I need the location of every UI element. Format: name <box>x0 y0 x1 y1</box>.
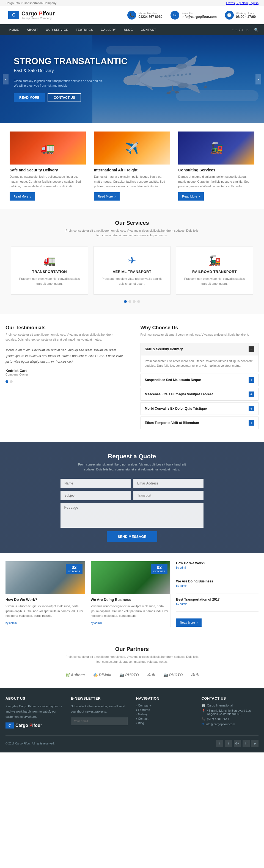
footer-twitter[interactable]: t <box>225 740 232 747</box>
top-bar: Cargo Pifour Transportation Company Extr… <box>0 0 264 6</box>
hero-next-button[interactable]: › <box>256 74 261 85</box>
blog-post-0: 02 OCTOBER How Do We Work? Vivamus ultri… <box>5 561 85 627</box>
footer-divider <box>5 735 259 736</box>
twitter-icon[interactable]: t <box>236 28 237 32</box>
footer-linkedin[interactable]: in <box>242 740 250 747</box>
newsletter-input[interactable] <box>71 717 128 725</box>
footer-nav-gallery[interactable]: › Gallery <box>136 713 193 716</box>
footer-nav-about[interactable]: › Features <box>136 708 193 711</box>
service-read-1[interactable]: Read More <box>94 192 120 200</box>
aerial-icon: ✈ <box>99 255 165 266</box>
accordion-header-4[interactable]: Etiam Tempor et Velit at Bibendum + <box>141 417 259 429</box>
footer-facebook[interactable]: f <box>216 740 223 747</box>
nav-social: f t G+ in <box>232 28 249 32</box>
facebook-icon[interactable]: f <box>232 28 233 32</box>
blog-date-1: 02 OCTOBER <box>151 564 167 574</box>
linkedin-icon[interactable]: in <box>246 28 249 32</box>
footer-nav-home[interactable]: › Company <box>136 704 193 707</box>
transportation-icon: 🚛 <box>17 255 82 266</box>
hero-content: STRONG TRANSATLANTIC Fast & Safe Deliver… <box>0 45 141 113</box>
quote-desc: Proin consectetur sit amet libero non ul… <box>77 462 187 472</box>
transport-select[interactable]: Transport Air Sea Land Rail <box>133 491 203 500</box>
subject-input[interactable] <box>61 491 131 500</box>
accordion-plus-icon-3: + <box>249 406 254 411</box>
dot-4[interactable] <box>137 300 140 303</box>
testimonial-dot-2[interactable] <box>10 380 13 383</box>
extras-link[interactable]: Extras <box>226 1 235 5</box>
footer-logo-text: Cargo Pifour <box>15 723 42 728</box>
dot-2[interactable] <box>128 300 131 303</box>
accordion-plus-icon-4: + <box>249 420 254 426</box>
message-textarea[interactable] <box>61 503 203 528</box>
google-plus-icon[interactable]: G+ <box>239 28 244 32</box>
buy-now-link[interactable]: Buy Now <box>236 1 248 5</box>
footer: ABOUT US Everyday Cargo Pifour is a nice… <box>0 688 264 752</box>
service-title-1: International Air Freight <box>94 168 170 172</box>
blog-title-1: We Are Doing Business <box>91 597 170 602</box>
service-read-2[interactable]: Read More <box>178 192 204 200</box>
accordion-1: Suspendisse Sed Malesuada Neque + <box>140 374 259 386</box>
logo-icon: C <box>8 11 19 19</box>
blog-post-1: 02 OCTOBER We Are Doing Business Vivamus… <box>91 561 170 627</box>
hero-buttons: Read More Contact Us <box>14 93 128 102</box>
service-box-1: ✈ AERIAL TRANSPORT Praesent non elem vit… <box>94 246 170 294</box>
nav-blog[interactable]: BLOG <box>120 24 137 35</box>
accordion-header-3[interactable]: Morbi Convallis Ex Dolor Quis Tristique … <box>141 403 259 414</box>
hero-contact-button[interactable]: Contact Us <box>47 93 81 102</box>
testimonials-desc: Proin consectetur sit amet libero non ul… <box>5 332 124 342</box>
hero-read-more-button[interactable]: Read More <box>14 93 45 102</box>
accordion-header-0[interactable]: Safe & Security Delivery − <box>141 343 259 355</box>
accordion-4: Etiam Tempor et Velit at Bibendum + <box>140 416 259 429</box>
railroad-icon: 🚂 <box>182 255 247 266</box>
dot-1[interactable] <box>124 300 127 303</box>
form-row-1 <box>61 479 203 488</box>
email-input[interactable] <box>133 479 203 488</box>
accordion-title-4: Etiam Tempor et Velit at Bibendum <box>145 421 199 425</box>
hero-prev-button[interactable]: ‹ <box>3 74 8 85</box>
footer-newsletter-title: E-NEWSLETTER <box>71 696 128 701</box>
email-footer-icon: ✉ <box>202 722 204 726</box>
blog-sidebar: How Do We Work? by admin We Are Doing Bu… <box>170 561 259 627</box>
hero-title: STRONG TRANSATLANTIC <box>14 56 128 66</box>
footer-newsletter: E-NEWSLETTER Subscribe to the newsletter… <box>71 696 128 728</box>
service-box-0: 🚛 TRANSPORTATION Praesent non elem vitae… <box>11 246 88 294</box>
blog-img-0: 02 OCTOBER <box>5 561 85 594</box>
service-box-2: 🚂 RAILROAD TRANSPORT Praesent non elem v… <box>176 246 253 294</box>
accordion-0: Safe & Security Delivery − Proin consect… <box>140 343 259 372</box>
language-link[interactable]: English <box>249 1 259 5</box>
accordion-title-0: Safe & Security Delivery <box>145 347 183 351</box>
nav-service[interactable]: OUR SERVICE <box>42 24 72 35</box>
footer-youtube[interactable]: ▶ <box>251 740 259 747</box>
nav-home[interactable]: HOME <box>5 24 23 35</box>
footer-nav-features[interactable]: › Contact <box>136 717 193 720</box>
our-services-desc: Proin consectetur sit amet libero non ul… <box>63 228 201 238</box>
service-read-0[interactable]: Read More <box>10 192 35 200</box>
name-input[interactable] <box>61 479 131 488</box>
footer-about: ABOUT US Everyday Cargo Pifour is a nice… <box>5 696 63 728</box>
blog-desc-0: Vivamus ultrices feugiat ex in volutpat … <box>5 604 85 618</box>
accordion-header-2[interactable]: Maecenas Eifels Eumagna Volutpat Laoreet… <box>141 388 259 400</box>
our-services-title: Our Services <box>5 220 259 226</box>
service-card-1: ✈️ International Air Freight Damus ut ma… <box>90 131 174 200</box>
sidebar-post-2: Best Transportation of 2017 by admin <box>176 597 259 612</box>
accordion-header-1[interactable]: Suspendisse Sed Malesuada Neque + <box>141 374 259 386</box>
service-img-train: 🚂 <box>178 131 254 164</box>
footer-google[interactable]: G+ <box>234 740 241 747</box>
accordion-plus-icon-2: + <box>249 392 254 397</box>
nav-features[interactable]: FEATURES <box>72 24 97 35</box>
blog-read-more-button[interactable]: Read More <box>176 618 202 627</box>
phone-footer-icon: 📞 <box>202 717 205 721</box>
footer-nav-blog[interactable]: › Blog <box>136 721 193 725</box>
nav-about[interactable]: ABOUT <box>23 24 42 35</box>
search-icon[interactable]: 🔍 <box>254 28 259 32</box>
dot-3[interactable] <box>133 300 136 303</box>
send-message-button[interactable]: Send Message <box>107 531 158 542</box>
accordion-3: Morbi Convallis Ex Dolor Quis Tristique … <box>140 402 259 415</box>
hero-desc: Global turnkey logistics and transportat… <box>14 79 107 88</box>
footer-social: f t G+ in ▶ <box>216 740 259 747</box>
building-icon: 🏢 <box>202 704 205 707</box>
accordion-title-2: Maecenas Eifels Eumagna Volutpat Laoreet <box>145 392 213 396</box>
testimonial-dot-1[interactable] <box>5 380 8 383</box>
nav-gallery[interactable]: GALLERY <box>97 24 120 35</box>
nav-contact[interactable]: CONTACT <box>137 24 160 35</box>
